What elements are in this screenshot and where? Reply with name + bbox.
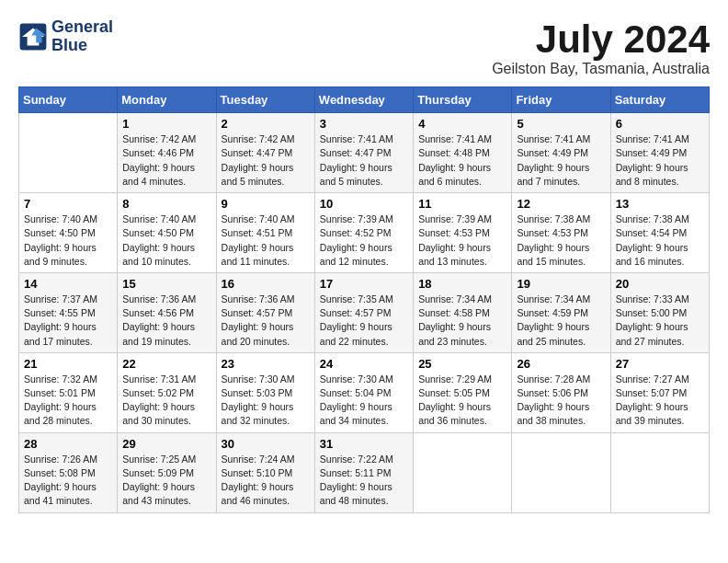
day-info: Sunrise: 7:38 AMSunset: 4:54 PMDaylight:… — [616, 213, 704, 269]
weekday-header-cell: Monday — [118, 87, 216, 113]
day-number: 15 — [122, 277, 210, 291]
day-info: Sunrise: 7:26 AMSunset: 5:08 PMDaylight:… — [24, 453, 112, 509]
calendar-cell: 25Sunrise: 7:29 AMSunset: 5:05 PMDayligh… — [414, 352, 512, 432]
calendar-cell: 31Sunrise: 7:22 AMSunset: 5:11 PMDayligh… — [314, 432, 413, 512]
calendar-cell: 18Sunrise: 7:34 AMSunset: 4:58 PMDayligh… — [414, 272, 512, 352]
calendar-cell: 23Sunrise: 7:30 AMSunset: 5:03 PMDayligh… — [216, 352, 314, 432]
page-header: General Blue July 2024 Geilston Bay, Tas… — [18, 18, 710, 77]
day-info: Sunrise: 7:40 AMSunset: 4:50 PMDaylight:… — [24, 213, 112, 269]
day-number: 3 — [320, 117, 408, 131]
day-number: 28 — [24, 437, 112, 451]
day-number: 11 — [418, 197, 506, 211]
day-info: Sunrise: 7:27 AMSunset: 5:07 PMDaylight:… — [616, 373, 704, 429]
calendar-cell: 5Sunrise: 7:41 AMSunset: 4:49 PMDaylight… — [512, 113, 610, 193]
logo-text: General Blue — [51, 18, 113, 55]
calendar-cell: 22Sunrise: 7:31 AMSunset: 5:02 PMDayligh… — [118, 352, 216, 432]
calendar-cell — [512, 432, 610, 512]
calendar-week-row: 21Sunrise: 7:32 AMSunset: 5:01 PMDayligh… — [19, 352, 710, 432]
day-number: 18 — [418, 277, 506, 291]
weekday-header-cell: Wednesday — [314, 87, 413, 113]
day-info: Sunrise: 7:29 AMSunset: 5:05 PMDaylight:… — [418, 373, 506, 429]
day-number: 10 — [320, 197, 408, 211]
calendar-cell: 3Sunrise: 7:41 AMSunset: 4:47 PMDaylight… — [314, 113, 413, 193]
calendar-cell: 1Sunrise: 7:42 AMSunset: 4:46 PMDaylight… — [118, 113, 216, 193]
day-number: 6 — [616, 117, 704, 131]
location-title: Geilston Bay, Tasmania, Australia — [492, 61, 710, 77]
day-info: Sunrise: 7:41 AMSunset: 4:48 PMDaylight:… — [418, 132, 506, 189]
calendar-cell: 13Sunrise: 7:38 AMSunset: 4:54 PMDayligh… — [610, 193, 709, 273]
day-info: Sunrise: 7:22 AMSunset: 5:11 PMDaylight:… — [320, 453, 408, 509]
day-number: 27 — [616, 357, 704, 371]
calendar-cell: 9Sunrise: 7:40 AMSunset: 4:51 PMDaylight… — [216, 193, 314, 273]
day-info: Sunrise: 7:41 AMSunset: 4:47 PMDaylight:… — [320, 132, 408, 189]
weekday-header-cell: Saturday — [610, 87, 709, 113]
day-number: 8 — [122, 197, 210, 211]
calendar-table: SundayMondayTuesdayWednesdayThursdayFrid… — [18, 86, 710, 512]
day-number: 26 — [517, 357, 605, 371]
day-info: Sunrise: 7:31 AMSunset: 5:02 PMDaylight:… — [122, 373, 210, 429]
day-info: Sunrise: 7:30 AMSunset: 5:04 PMDaylight:… — [320, 373, 408, 429]
calendar-week-row: 28Sunrise: 7:26 AMSunset: 5:08 PMDayligh… — [19, 432, 710, 512]
day-info: Sunrise: 7:38 AMSunset: 4:53 PMDaylight:… — [517, 213, 605, 269]
day-number: 16 — [222, 277, 310, 291]
day-info: Sunrise: 7:39 AMSunset: 4:52 PMDaylight:… — [320, 213, 408, 269]
calendar-cell: 11Sunrise: 7:39 AMSunset: 4:53 PMDayligh… — [414, 193, 512, 273]
calendar-cell: 6Sunrise: 7:41 AMSunset: 4:49 PMDaylight… — [610, 113, 709, 193]
day-number: 5 — [517, 117, 605, 131]
calendar-cell — [610, 432, 709, 512]
calendar-cell: 17Sunrise: 7:35 AMSunset: 4:57 PMDayligh… — [314, 272, 413, 352]
day-info: Sunrise: 7:42 AMSunset: 4:47 PMDaylight:… — [222, 132, 310, 189]
calendar-cell: 14Sunrise: 7:37 AMSunset: 4:55 PMDayligh… — [19, 272, 118, 352]
calendar-cell: 16Sunrise: 7:36 AMSunset: 4:57 PMDayligh… — [216, 272, 314, 352]
title-section: July 2024 Geilston Bay, Tasmania, Austra… — [492, 18, 710, 77]
logo-line2: Blue — [51, 37, 113, 55]
day-info: Sunrise: 7:36 AMSunset: 4:56 PMDaylight:… — [122, 293, 210, 349]
day-number: 19 — [517, 277, 605, 291]
day-number: 31 — [320, 437, 408, 451]
day-info: Sunrise: 7:24 AMSunset: 5:10 PMDaylight:… — [222, 453, 310, 509]
day-number: 12 — [517, 197, 605, 211]
calendar-body: 1Sunrise: 7:42 AMSunset: 4:46 PMDaylight… — [19, 113, 710, 512]
weekday-header-cell: Thursday — [414, 87, 512, 113]
calendar-cell: 10Sunrise: 7:39 AMSunset: 4:52 PMDayligh… — [314, 193, 413, 273]
calendar-cell: 24Sunrise: 7:30 AMSunset: 5:04 PMDayligh… — [314, 352, 413, 432]
day-info: Sunrise: 7:39 AMSunset: 4:53 PMDaylight:… — [418, 213, 506, 269]
calendar-week-row: 14Sunrise: 7:37 AMSunset: 4:55 PMDayligh… — [19, 272, 710, 352]
day-info: Sunrise: 7:40 AMSunset: 4:51 PMDaylight:… — [222, 213, 310, 269]
day-number: 23 — [222, 357, 310, 371]
day-number: 9 — [222, 197, 310, 211]
day-info: Sunrise: 7:28 AMSunset: 5:06 PMDaylight:… — [517, 373, 605, 429]
calendar-cell: 4Sunrise: 7:41 AMSunset: 4:48 PMDaylight… — [414, 113, 512, 193]
day-info: Sunrise: 7:41 AMSunset: 4:49 PMDaylight:… — [616, 132, 704, 189]
logo-line1: General — [51, 18, 113, 37]
logo: General Blue — [18, 18, 113, 55]
day-number: 4 — [418, 117, 506, 131]
day-info: Sunrise: 7:36 AMSunset: 4:57 PMDaylight:… — [222, 293, 310, 349]
day-number: 30 — [222, 437, 310, 451]
day-info: Sunrise: 7:35 AMSunset: 4:57 PMDaylight:… — [320, 293, 408, 349]
calendar-cell — [414, 432, 512, 512]
day-info: Sunrise: 7:30 AMSunset: 5:03 PMDaylight:… — [222, 373, 310, 429]
calendar-cell: 26Sunrise: 7:28 AMSunset: 5:06 PMDayligh… — [512, 352, 610, 432]
calendar-cell: 28Sunrise: 7:26 AMSunset: 5:08 PMDayligh… — [19, 432, 118, 512]
day-info: Sunrise: 7:33 AMSunset: 5:00 PMDaylight:… — [616, 293, 704, 349]
weekday-header-cell: Sunday — [19, 87, 118, 113]
day-number: 29 — [122, 437, 210, 451]
weekday-header-cell: Tuesday — [216, 87, 314, 113]
day-info: Sunrise: 7:32 AMSunset: 5:01 PMDaylight:… — [24, 373, 112, 429]
calendar-cell: 15Sunrise: 7:36 AMSunset: 4:56 PMDayligh… — [118, 272, 216, 352]
day-number: 1 — [122, 117, 210, 131]
calendar-cell: 30Sunrise: 7:24 AMSunset: 5:10 PMDayligh… — [216, 432, 314, 512]
month-title: July 2024 — [492, 18, 710, 61]
day-info: Sunrise: 7:34 AMSunset: 4:58 PMDaylight:… — [418, 293, 506, 349]
day-info: Sunrise: 7:42 AMSunset: 4:46 PMDaylight:… — [122, 132, 210, 189]
calendar-cell: 7Sunrise: 7:40 AMSunset: 4:50 PMDaylight… — [19, 193, 118, 273]
calendar-cell — [19, 113, 118, 193]
calendar-cell: 20Sunrise: 7:33 AMSunset: 5:00 PMDayligh… — [610, 272, 709, 352]
calendar-cell: 21Sunrise: 7:32 AMSunset: 5:01 PMDayligh… — [19, 352, 118, 432]
calendar-cell: 2Sunrise: 7:42 AMSunset: 4:47 PMDaylight… — [216, 113, 314, 193]
calendar-cell: 8Sunrise: 7:40 AMSunset: 4:50 PMDaylight… — [118, 193, 216, 273]
day-info: Sunrise: 7:37 AMSunset: 4:55 PMDaylight:… — [24, 293, 112, 349]
weekday-header-row: SundayMondayTuesdayWednesdayThursdayFrid… — [19, 87, 710, 113]
day-number: 21 — [24, 357, 112, 371]
